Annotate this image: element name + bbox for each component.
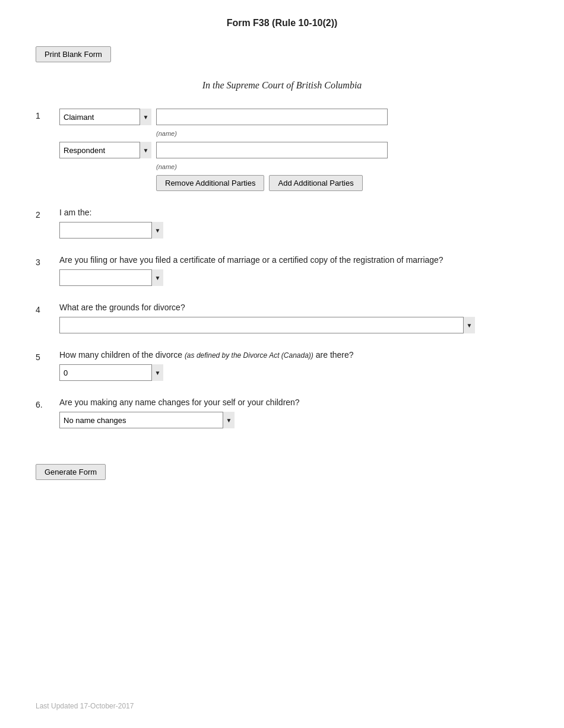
section-3: 3 Are you filing or have you filed a cer… bbox=[36, 255, 528, 286]
respondent-name-label: (name) bbox=[156, 163, 528, 170]
respondent-select[interactable]: Respondent Claimant bbox=[59, 142, 151, 158]
section-5-number: 5 bbox=[36, 350, 59, 362]
section-2-content: I am the: Claimant Respondent ▼ bbox=[59, 208, 528, 239]
section-2-label: I am the: bbox=[59, 208, 528, 217]
claimant-name-label: (name) bbox=[156, 130, 528, 137]
court-heading: In the Supreme Court of British Columbia bbox=[36, 80, 528, 91]
generate-form-button[interactable]: Generate Form bbox=[36, 464, 106, 480]
section-6-label: Are you making any name changes for your… bbox=[59, 398, 528, 407]
section-5: 5 How many children of the divorce (as d… bbox=[36, 350, 528, 381]
section-4: 4 What are the grounds for divorce? Sepa… bbox=[36, 303, 528, 333]
iam-select[interactable]: Claimant Respondent bbox=[59, 222, 163, 239]
section-5-content: How many children of the divorce (as def… bbox=[59, 350, 528, 381]
section-5-label-pre: How many children of the divorce bbox=[59, 350, 185, 360]
section-6-number: 6. bbox=[36, 398, 59, 409]
marriage-cert-dropdown-wrap: Yes No ▼ bbox=[59, 269, 163, 286]
claimant-row: Claimant Respondent ▼ bbox=[59, 109, 528, 125]
print-btn-row: Print Blank Form bbox=[36, 46, 528, 62]
form-title: Form F38 (Rule 10-10(2)) bbox=[36, 18, 528, 28]
section-4-number: 4 bbox=[36, 303, 59, 314]
section-5-label: How many children of the divorce (as def… bbox=[59, 350, 528, 360]
iam-dropdown-wrap: Claimant Respondent ▼ bbox=[59, 222, 163, 239]
name-change-dropdown-wrap: No name changes Yes - self Yes - childre… bbox=[59, 412, 235, 428]
claimant-select-wrap: Claimant Respondent ▼ bbox=[59, 109, 151, 125]
section-1: 1 Claimant Respondent ▼ (name) Respond bbox=[36, 109, 528, 191]
section-3-content: Are you filing or have you filed a certi… bbox=[59, 255, 528, 286]
section-1-number: 1 bbox=[36, 109, 59, 120]
section-6-content: Are you making any name changes for your… bbox=[59, 398, 528, 428]
add-additional-parties-button[interactable]: Add Additional Parties bbox=[269, 175, 362, 191]
children-select[interactable]: 0 1 2 3 4 5 6 7 8 9 10 bbox=[59, 364, 163, 381]
section-3-label: Are you filing or have you filed a certi… bbox=[59, 255, 528, 265]
section-4-content: What are the grounds for divorce? Separa… bbox=[59, 303, 528, 333]
respondent-row: Respondent Claimant ▼ bbox=[59, 142, 528, 158]
section-5-label-post: are there? bbox=[313, 350, 354, 360]
marriage-cert-select[interactable]: Yes No bbox=[59, 269, 163, 286]
grounds-dropdown-wrap: Separation Adultery Physical or mental c… bbox=[59, 317, 475, 333]
children-dropdown-wrap: 0 1 2 3 4 5 6 7 8 9 10 ▼ bbox=[59, 364, 163, 381]
claimant-name-input[interactable] bbox=[156, 109, 388, 125]
remove-additional-parties-button[interactable]: Remove Additional Parties bbox=[156, 175, 264, 191]
claimant-select[interactable]: Claimant Respondent bbox=[59, 109, 151, 125]
section-4-label: What are the grounds for divorce? bbox=[59, 303, 528, 312]
respondent-name-input[interactable] bbox=[156, 142, 388, 158]
section-1-content: Claimant Respondent ▼ (name) Respondent … bbox=[59, 109, 528, 191]
section-3-number: 3 bbox=[36, 255, 59, 267]
name-change-select[interactable]: No name changes Yes - self Yes - childre… bbox=[59, 412, 235, 428]
section-5-label-em: (as defined by the Divorce Act (Canada)) bbox=[185, 351, 313, 360]
section-2-number: 2 bbox=[36, 208, 59, 220]
section-6: 6. Are you making any name changes for y… bbox=[36, 398, 528, 428]
respondent-select-wrap: Respondent Claimant ▼ bbox=[59, 142, 151, 158]
footer-text: Last Updated 17-October-2017 bbox=[36, 702, 134, 710]
print-blank-button[interactable]: Print Blank Form bbox=[36, 46, 111, 62]
generate-btn-row: Generate Form bbox=[36, 464, 528, 480]
section-2: 2 I am the: Claimant Respondent ▼ bbox=[36, 208, 528, 239]
grounds-select[interactable]: Separation Adultery Physical or mental c… bbox=[59, 317, 475, 333]
party-buttons-row: Remove Additional Parties Add Additional… bbox=[156, 175, 528, 191]
